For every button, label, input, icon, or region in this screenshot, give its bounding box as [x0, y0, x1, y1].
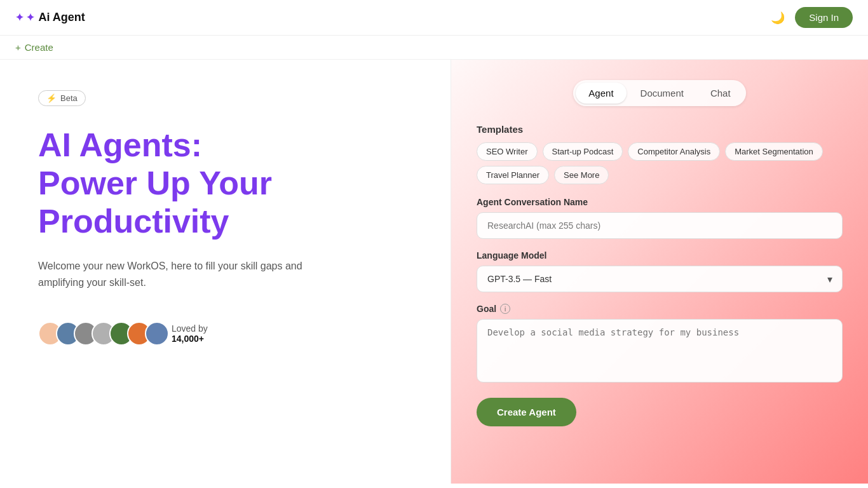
- goal-info-icon[interactable]: i: [500, 304, 510, 314]
- name-label: Agent Conversation Name: [477, 197, 843, 207]
- model-select-wrapper: GPT-3.5 — Fast GPT-4 — Accurate Claude —…: [477, 266, 843, 292]
- brand-logo: ✦ ✦ Ai Agent: [15, 11, 85, 24]
- model-label: Language Model: [477, 250, 843, 261]
- loved-row: Loved by 14,000+: [38, 322, 412, 346]
- nav-right: 🌙 Sign In: [771, 7, 853, 28]
- see-more-button[interactable]: See More: [554, 166, 609, 184]
- templates-label: Templates: [477, 124, 843, 135]
- goal-label-row: Goal i: [477, 304, 843, 314]
- main-layout: ⚡ Beta AI Agents: Power Up Your Producti…: [0, 60, 868, 484]
- dark-mode-toggle[interactable]: 🌙: [771, 11, 785, 25]
- template-travel-planner[interactable]: Travel Planner: [477, 166, 549, 184]
- tab-document[interactable]: Document: [628, 83, 696, 104]
- hero-subtitle: Welcome your new WorkOS, here to fill yo…: [38, 258, 343, 290]
- beta-badge: ⚡ Beta: [38, 90, 86, 106]
- loved-count: 14,000+: [172, 334, 208, 344]
- hero-line1: AI Agents:: [38, 126, 202, 163]
- create-button[interactable]: + Create: [15, 42, 53, 53]
- templates-section: Templates SEO Writer Start-up Podcast Co…: [477, 124, 843, 184]
- loved-by-label: Loved by: [172, 323, 208, 334]
- hero-line2: Power Up Your: [38, 165, 272, 201]
- beta-label: Beta: [60, 93, 78, 103]
- template-seo-writer[interactable]: SEO Writer: [477, 142, 538, 161]
- subnav: + Create: [0, 36, 868, 60]
- right-panel: Agent Document Chat Templates SEO Writer…: [451, 60, 868, 484]
- nav-left: ✦ ✦ Ai Agent: [15, 11, 85, 24]
- tabs-container: Agent Document Chat: [477, 80, 843, 106]
- sign-in-button[interactable]: Sign In: [795, 7, 853, 28]
- agent-form: Agent Conversation Name Language Model G…: [477, 197, 843, 426]
- tab-group: Agent Document Chat: [573, 80, 745, 106]
- template-market-segmentation[interactable]: Market Segmentation: [725, 142, 823, 161]
- navbar: ✦ ✦ Ai Agent 🌙 Sign In: [0, 0, 868, 36]
- hero-title: AI Agents: Power Up Your Productivity: [38, 126, 412, 240]
- create-label: Create: [25, 42, 53, 53]
- create-plus-icon: +: [15, 42, 21, 53]
- brand-name: Ai Agent: [38, 11, 85, 24]
- agent-name-input[interactable]: [477, 212, 843, 239]
- template-startup-podcast[interactable]: Start-up Podcast: [543, 142, 623, 161]
- tab-chat[interactable]: Chat: [698, 83, 743, 104]
- templates-row-2: Travel Planner See More: [477, 166, 843, 184]
- goal-textarea[interactable]: [477, 319, 843, 383]
- hero-line3: Productivity: [38, 203, 229, 240]
- loved-text-group: Loved by 14,000+: [172, 323, 208, 344]
- templates-row: SEO Writer Start-up Podcast Competitor A…: [477, 142, 843, 161]
- bolt-icon: ⚡: [46, 93, 57, 103]
- goal-label: Goal: [477, 304, 496, 314]
- avatar: [145, 322, 169, 346]
- tab-agent[interactable]: Agent: [576, 83, 626, 104]
- template-competitor-analysis[interactable]: Competitor Analysis: [628, 142, 720, 161]
- brand-sparkle-icon: ✦ ✦: [15, 11, 34, 24]
- left-panel: ⚡ Beta AI Agents: Power Up Your Producti…: [0, 60, 451, 484]
- avatar-group: [38, 322, 163, 346]
- create-agent-button[interactable]: Create Agent: [477, 398, 576, 426]
- model-select[interactable]: GPT-3.5 — Fast GPT-4 — Accurate Claude —…: [477, 266, 843, 292]
